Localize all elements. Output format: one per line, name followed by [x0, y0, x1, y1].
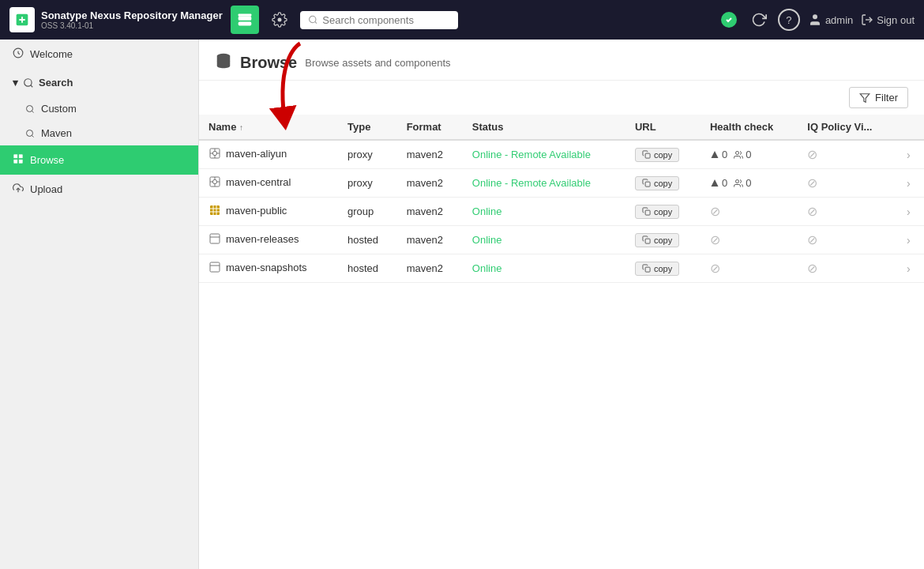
copy-url-button[interactable]: copy	[635, 262, 679, 276]
col-format[interactable]: Format	[397, 115, 463, 140]
group-icon	[208, 204, 221, 217]
row-chevron-icon[interactable]: ›	[907, 234, 911, 247]
vuln-icon	[710, 150, 719, 160]
cell-iq: ⊘	[798, 169, 897, 198]
repository-table-wrap: Name ↑ Type Format Status URL Health che…	[199, 115, 924, 283]
sidebar-custom-label: Custom	[41, 103, 77, 115]
welcome-icon	[13, 47, 24, 61]
sidebar-item-maven[interactable]: Maven	[25, 121, 198, 145]
svg-rect-38	[645, 210, 650, 215]
svg-point-9	[27, 130, 33, 136]
sidebar-item-upload[interactable]: Upload	[0, 175, 198, 204]
cell-chevron[interactable]: ›	[897, 254, 924, 283]
sidebar-item-browse[interactable]: Browse	[0, 145, 198, 175]
copy-url-button[interactable]: copy	[635, 205, 679, 219]
svg-rect-33	[210, 205, 220, 215]
svg-rect-42	[210, 262, 220, 272]
upload-icon	[13, 183, 24, 196]
search-input[interactable]	[322, 14, 449, 26]
row-chevron-icon[interactable]: ›	[907, 149, 911, 161]
help-button[interactable]: ?	[778, 9, 800, 31]
iq-icon: ⊘	[807, 233, 817, 247]
col-type[interactable]: Type	[338, 115, 397, 140]
filter-label: Filter	[875, 92, 898, 104]
cell-name: maven-snapshots	[199, 254, 338, 283]
svg-rect-41	[645, 239, 650, 243]
signout-label: Sign out	[877, 14, 915, 26]
cell-status: Online	[463, 254, 625, 283]
sidebar-search-expand-icon: ▾	[13, 77, 18, 89]
col-chevron	[897, 115, 924, 140]
copy-icon	[642, 236, 651, 244]
vuln-count: 0	[710, 149, 727, 160]
sidebar-search-sub: Custom Maven	[0, 96, 198, 145]
user-menu[interactable]: admin	[808, 13, 853, 27]
cell-type: proxy	[338, 169, 397, 198]
table-row[interactable]: maven-releases hosted maven2 Online copy…	[199, 226, 924, 254]
copy-url-button[interactable]: copy	[635, 233, 679, 247]
maven-search-icon	[25, 129, 35, 138]
settings-button[interactable]	[267, 7, 292, 32]
block-count: 0	[734, 177, 751, 189]
sidebar-maven-label: Maven	[41, 127, 72, 139]
filter-button[interactable]: Filter	[849, 87, 908, 108]
refresh-button[interactable]	[748, 9, 770, 31]
svg-rect-31	[645, 182, 650, 187]
block-count: 0	[734, 149, 751, 160]
sidebar-item-custom[interactable]: Custom	[25, 96, 198, 121]
health-cell: 0 0	[710, 177, 788, 189]
copy-url-button[interactable]: copy	[635, 176, 679, 190]
col-health[interactable]: Health check	[701, 115, 798, 140]
custom-search-icon	[25, 104, 35, 114]
col-iq[interactable]: IQ Policy Vi...	[798, 115, 897, 140]
cell-status: Online	[463, 226, 625, 254]
block-icon	[734, 179, 743, 188]
row-chevron-icon[interactable]: ›	[907, 262, 911, 275]
col-name[interactable]: Name ↑	[199, 115, 338, 140]
cell-chevron[interactable]: ›	[897, 226, 924, 254]
cell-chevron[interactable]: ›	[897, 198, 924, 226]
system-status-icon[interactable]	[718, 9, 740, 31]
logo-icon	[9, 7, 35, 32]
cell-health: ⊘	[701, 226, 798, 254]
page-header: Browse Browse assets and components	[199, 40, 924, 81]
table-row[interactable]: maven-aliyun proxy maven2 Online - Remot…	[199, 140, 924, 169]
sort-icon: ↑	[239, 123, 243, 132]
col-status[interactable]: Status	[463, 115, 625, 140]
sidebar-item-welcome[interactable]: Welcome	[0, 40, 198, 69]
cell-chevron[interactable]: ›	[897, 169, 924, 198]
cell-iq: ⊘	[798, 198, 897, 226]
signout-icon	[861, 13, 873, 26]
table-row[interactable]: maven-central proxy maven2 Online - Remo…	[199, 169, 924, 198]
copy-icon	[642, 207, 651, 216]
hosted-icon	[208, 232, 221, 245]
svg-rect-11	[19, 155, 22, 158]
cell-status: Online - Remote Available	[463, 140, 625, 169]
hosted-icon	[208, 261, 221, 273]
signout-button[interactable]: Sign out	[861, 13, 915, 26]
svg-point-2	[309, 16, 315, 22]
row-chevron-icon[interactable]: ›	[907, 177, 911, 190]
copy-url-button[interactable]: copy	[635, 148, 679, 162]
nav-home-button[interactable]	[231, 6, 259, 34]
cell-chevron[interactable]: ›	[897, 140, 924, 169]
table-row[interactable]: maven-snapshots hosted maven2 Online cop…	[199, 254, 924, 283]
sidebar-browse-label: Browse	[30, 154, 64, 166]
search-icon	[308, 14, 318, 25]
sidebar-search-section[interactable]: ▾ Search	[0, 69, 198, 96]
health-cell: 0 0	[710, 149, 788, 160]
col-url[interactable]: URL	[625, 115, 701, 140]
copy-icon	[642, 179, 651, 187]
vuln-icon	[710, 179, 719, 188]
table-row[interactable]: maven-public group maven2 Online copy ⊘ …	[199, 198, 924, 226]
svg-rect-44	[645, 267, 650, 272]
svg-point-8	[27, 105, 33, 111]
health-na-icon: ⊘	[710, 205, 720, 218]
health-na-icon: ⊘	[710, 262, 720, 275]
cell-health: ⊘	[701, 254, 798, 283]
app-layout: Welcome ▾ Search Custom Maven Browse	[0, 40, 924, 569]
search-box[interactable]	[300, 11, 458, 29]
row-chevron-icon[interactable]: ›	[907, 205, 911, 218]
main-content: Browse Browse assets and components Filt…	[199, 40, 924, 569]
help-icon: ?	[786, 14, 791, 26]
